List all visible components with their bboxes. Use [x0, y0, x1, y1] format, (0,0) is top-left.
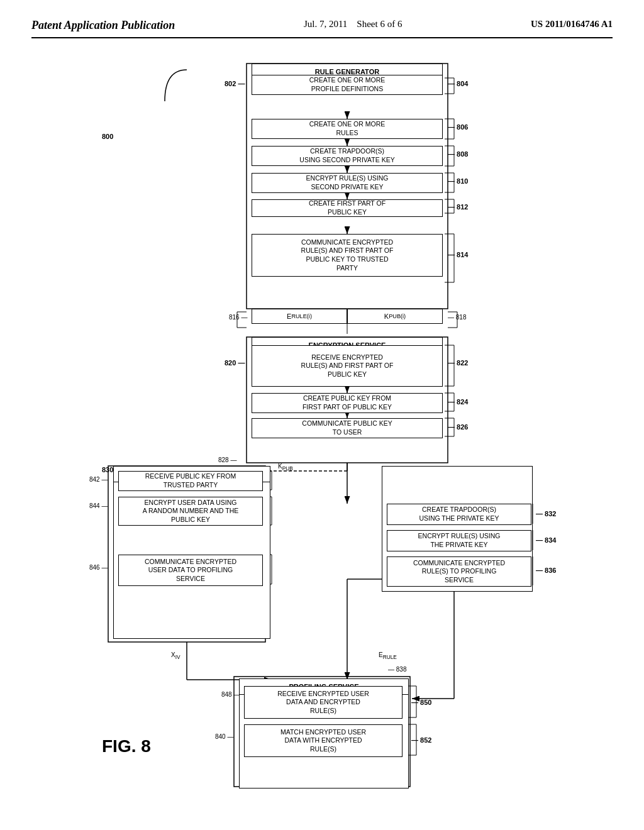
ref-848: 848 —: [221, 691, 240, 698]
ref-840: 840 —: [215, 733, 233, 740]
box-encrypt-user-data: ENCRYPT USER DATA USINGA RANDOM NUMBER A…: [118, 497, 263, 526]
page-header: Patent Application Publication Jul. 7, 2…: [31, 19, 613, 38]
header-sheet: Sheet 6 of 6: [357, 19, 402, 29]
ref-846-left: 846 —: [89, 564, 108, 571]
page: Patent Application Publication Jul. 7, 2…: [0, 0, 644, 830]
box-receive-encrypted-user-data: RECEIVE ENCRYPTED USERDATA AND ENCRYPTED…: [244, 686, 402, 719]
box-communicate-encrypted-user-data: COMMUNICATE ENCRYPTEDUSER DATA TO PROFIL…: [118, 555, 263, 586]
box-profile-definitions: CREATE ONE OR MOREPROFILE DEFINITIONS: [252, 75, 443, 95]
ref-804: — 804: [448, 80, 468, 87]
ref-808: — 808: [448, 150, 468, 158]
header-date: Jul. 7, 2011: [304, 19, 347, 29]
user-outer-box: [113, 466, 270, 639]
ref-810: — 810: [448, 177, 468, 185]
ref-832: — 832: [536, 510, 556, 517]
box-create-first-public-key: CREATE FIRST PART OFPUBLIC KEY: [252, 199, 443, 217]
box-communicate-encrypted-to-profiling: COMMUNICATE ENCRYPTEDRULE(S) TO PROFILIN…: [387, 556, 531, 587]
ref-844-left: 844 —: [89, 502, 108, 509]
kpub-i-label: KPUB(i): [347, 309, 443, 324]
ref-814: — 814: [448, 251, 468, 258]
ref-816: 816 —: [229, 314, 247, 321]
box-communicate-public-key: COMMUNICATE PUBLIC KEYTO USER: [252, 418, 443, 438]
ref-836: — 836: [536, 567, 556, 574]
figure-800-label: 800: [102, 133, 113, 140]
ref-826: — 826: [448, 423, 468, 431]
box-create-trapdoor-second: CREATE TRAPDOOR(S)USING SECOND PRIVATE K…: [252, 146, 443, 166]
ref-834: — 834: [536, 536, 556, 544]
erule-i-label: ERULE(i): [252, 309, 347, 324]
box-match-encrypted-data: MATCH ENCRYPTED USERDATA WITH ENCRYPTEDR…: [244, 724, 402, 757]
box-encrypt-rules-private: ENCRYPT RULE(S) USINGTHE PRIVATE KEY: [387, 530, 531, 551]
kpub-label: KPUB: [278, 463, 293, 472]
ref-822: — 822: [448, 359, 468, 367]
box-encrypt-rules-second: ENCRYPT RULE(S) USINGSECOND PRIVATE KEY: [252, 173, 443, 193]
ref-802: 802 —: [225, 80, 245, 87]
box-receive-encrypted-rules: RECEIVE ENCRYPTEDRULE(S) AND FIRST PART …: [252, 345, 443, 387]
box-create-public-key: CREATE PUBLIC KEY FROMFIRST PART OF PUBL…: [252, 393, 443, 413]
box-receive-public-key: RECEIVE PUBLIC KEY FROMTRUSTED PARTY: [118, 471, 263, 491]
header-patent-number: US 2011/0164746 A1: [531, 19, 613, 30]
box-create-trapdoor-private: CREATE TRAPDOOR(S)USING THE PRIVATE KEY: [387, 504, 531, 525]
ref-812: — 812: [448, 203, 468, 211]
ref-828: 828 —: [218, 456, 236, 463]
ref-824: — 824: [448, 398, 468, 406]
header-publication-label: Patent Application Publication: [31, 19, 175, 32]
ref-838: — 838: [388, 666, 406, 673]
ref-852: — 852: [411, 736, 431, 744]
ref-842-left: 842 —: [89, 476, 108, 483]
header-date-sheet: Jul. 7, 2011 Sheet 6 of 6: [304, 19, 402, 30]
ref-830: 830: [102, 466, 113, 473]
figure-label: FIG. 8: [102, 736, 151, 756]
ref-850: — 850: [411, 699, 431, 706]
x-iv-label: XIV: [171, 651, 180, 660]
ref-806: — 806: [448, 123, 468, 131]
diagram-area: 800 RULE GENERATOR 802 — CREATE ONE OR M…: [39, 51, 605, 805]
ref-820: 820 —: [225, 359, 245, 367]
ref-818: — 818: [448, 314, 466, 321]
e-rule-label: ERULE: [379, 651, 397, 660]
box-communicate-encrypted-rules: COMMUNICATE ENCRYPTEDRULE(S) AND FIRST P…: [252, 234, 443, 277]
box-create-rules: CREATE ONE OR MORERULES: [252, 119, 443, 139]
